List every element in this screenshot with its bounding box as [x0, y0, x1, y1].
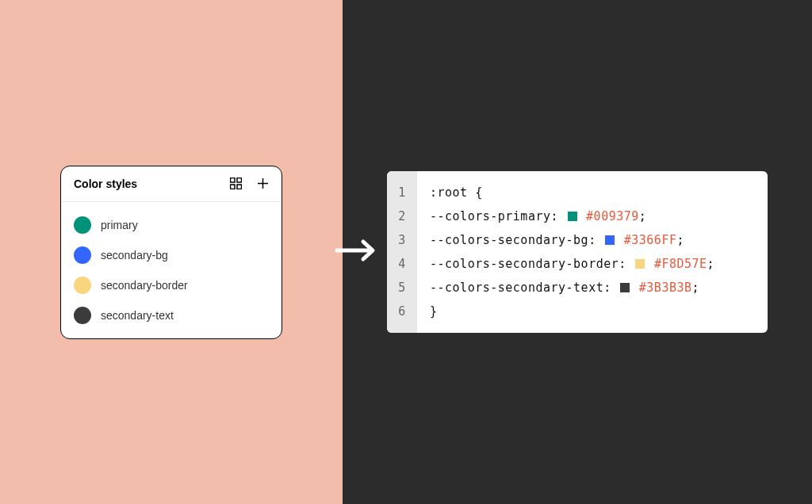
right-panel: 1 2 3 4 5 6 :root { --colors-primary: #0…	[343, 0, 812, 504]
arrow-icon	[333, 235, 381, 269]
color-styles-title: Color styles	[74, 178, 229, 190]
style-label: secondary-bg	[101, 249, 168, 262]
code-line: --colors-primary: #009379;	[430, 204, 755, 228]
swatch-secondary-text	[74, 307, 91, 324]
line-number: 2	[387, 204, 417, 228]
css-value: #009379	[586, 209, 639, 223]
code-line-close: }	[430, 300, 755, 323]
inline-swatch-icon	[635, 259, 645, 269]
line-number: 1	[387, 181, 417, 204]
svg-rect-3	[237, 185, 242, 189]
css-property: --colors-secondary-border	[430, 257, 619, 271]
css-value: #3366FF	[624, 233, 677, 247]
svg-rect-2	[230, 185, 235, 189]
svg-rect-0	[230, 178, 235, 183]
code-line: --colors-secondary-border: #F8D57E;	[430, 252, 755, 276]
style-item-secondary-bg[interactable]: secondary-bg	[61, 240, 282, 270]
css-property: --colors-secondary-bg	[430, 233, 588, 247]
swatch-primary	[74, 216, 91, 234]
css-property: --colors-secondary-text	[430, 281, 603, 295]
style-item-secondary-text[interactable]: secondary-text	[61, 300, 282, 330]
style-label: secondary-border	[101, 279, 188, 292]
code-body: :root { --colors-primary: #009379; --col…	[417, 171, 768, 333]
style-item-secondary-border[interactable]: secondary-border	[61, 270, 282, 300]
grid-view-icon[interactable]	[229, 178, 242, 190]
line-number-gutter: 1 2 3 4 5 6	[387, 171, 417, 333]
inline-swatch-icon	[568, 212, 577, 221]
line-number: 4	[387, 252, 417, 276]
swatch-secondary-border	[74, 277, 91, 294]
style-item-primary[interactable]: primary	[61, 210, 282, 240]
color-styles-card: Color styles	[60, 166, 282, 339]
code-line-open: :root {	[430, 181, 755, 204]
line-number: 6	[387, 300, 417, 323]
inline-swatch-icon	[605, 235, 615, 245]
style-label: primary	[101, 219, 138, 231]
svg-rect-1	[237, 178, 242, 183]
color-styles-list: primary secondary-bg secondary-border se…	[61, 202, 282, 338]
code-line: --colors-secondary-bg: #3366FF;	[430, 228, 755, 252]
css-property: --colors-primary	[430, 209, 551, 223]
swatch-secondary-bg	[74, 246, 91, 264]
line-number: 5	[387, 276, 417, 300]
css-value: #3B3B3B	[639, 281, 692, 295]
code-panel: 1 2 3 4 5 6 :root { --colors-primary: #0…	[387, 171, 768, 333]
color-styles-header: Color styles	[61, 166, 282, 202]
header-icon-group	[229, 178, 269, 190]
left-panel: Color styles	[0, 0, 343, 504]
css-value: #F8D57E	[654, 257, 707, 271]
line-number: 3	[387, 228, 417, 252]
code-line: --colors-secondary-text: #3B3B3B;	[430, 276, 755, 300]
style-label: secondary-text	[101, 309, 174, 322]
add-style-icon[interactable]	[256, 178, 269, 190]
inline-swatch-icon	[620, 283, 630, 292]
